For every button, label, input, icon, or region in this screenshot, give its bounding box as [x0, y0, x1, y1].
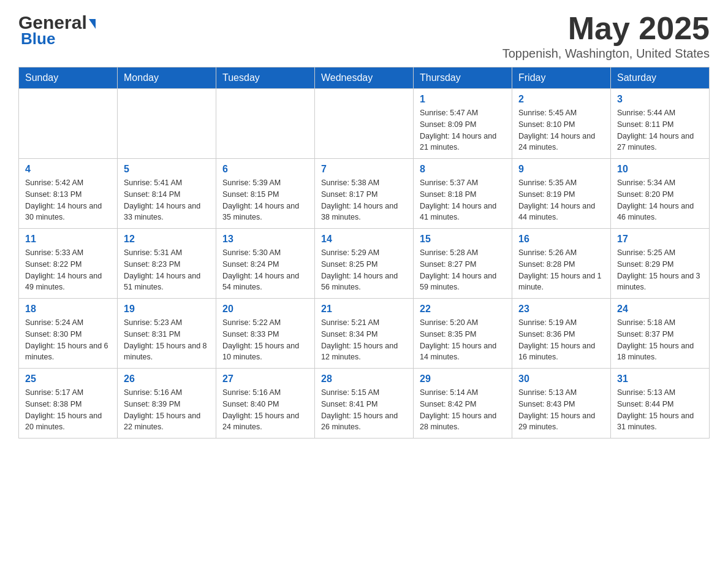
day-number: 18 — [25, 304, 111, 315]
day-number: 12 — [124, 234, 210, 245]
calendar-cell: 15Sunrise: 5:28 AMSunset: 8:27 PMDayligh… — [414, 229, 512, 299]
day-info: Sunrise: 5:30 AMSunset: 8:24 PMDaylight:… — [222, 247, 308, 293]
day-number: 30 — [518, 373, 604, 385]
day-number: 14 — [321, 234, 407, 245]
calendar-cell: 16Sunrise: 5:26 AMSunset: 8:28 PMDayligh… — [512, 229, 611, 299]
day-info: Sunrise: 5:34 AMSunset: 8:20 PMDaylight:… — [617, 177, 703, 223]
day-number: 16 — [518, 234, 604, 245]
calendar-cell — [118, 89, 216, 159]
calendar-cell: 1Sunrise: 5:47 AMSunset: 8:09 PMDaylight… — [414, 89, 512, 159]
day-info: Sunrise: 5:38 AMSunset: 8:17 PMDaylight:… — [321, 177, 407, 223]
day-number: 3 — [617, 94, 703, 105]
calendar-cell: 8Sunrise: 5:37 AMSunset: 8:18 PMDaylight… — [414, 159, 512, 229]
calendar-header-row: SundayMondayTuesdayWednesdayThursdayFrid… — [19, 67, 710, 89]
day-info: Sunrise: 5:37 AMSunset: 8:18 PMDaylight:… — [420, 177, 506, 223]
column-header-sunday: Sunday — [19, 67, 118, 89]
day-number: 11 — [25, 234, 111, 245]
month-year-title: May 2025 — [502, 12, 710, 44]
calendar-week-row-2: 4Sunrise: 5:42 AMSunset: 8:13 PMDaylight… — [19, 159, 710, 229]
day-number: 22 — [420, 304, 506, 315]
day-info: Sunrise: 5:22 AMSunset: 8:33 PMDaylight:… — [222, 317, 308, 363]
day-info: Sunrise: 5:39 AMSunset: 8:15 PMDaylight:… — [222, 177, 308, 223]
calendar-table: SundayMondayTuesdayWednesdayThursdayFrid… — [18, 67, 710, 439]
day-info: Sunrise: 5:16 AMSunset: 8:40 PMDaylight:… — [222, 387, 308, 433]
day-number: 6 — [222, 164, 308, 175]
calendar-cell: 17Sunrise: 5:25 AMSunset: 8:29 PMDayligh… — [611, 229, 710, 299]
day-info: Sunrise: 5:45 AMSunset: 8:10 PMDaylight:… — [518, 107, 604, 153]
day-info: Sunrise: 5:15 AMSunset: 8:41 PMDaylight:… — [321, 387, 407, 433]
day-number: 31 — [617, 373, 703, 385]
logo-arrow-icon — [89, 19, 96, 29]
column-header-friday: Friday — [512, 67, 611, 89]
day-info: Sunrise: 5:20 AMSunset: 8:35 PMDaylight:… — [420, 317, 506, 363]
column-header-saturday: Saturday — [611, 67, 710, 89]
day-number: 27 — [222, 373, 308, 385]
calendar-cell: 13Sunrise: 5:30 AMSunset: 8:24 PMDayligh… — [216, 229, 315, 299]
day-number: 8 — [420, 164, 506, 175]
page-header: General Blue May 2025 Toppenish, Washing… — [18, 12, 710, 61]
calendar-cell: 21Sunrise: 5:21 AMSunset: 8:34 PMDayligh… — [315, 299, 414, 369]
logo: General Blue — [18, 12, 96, 48]
calendar-cell: 25Sunrise: 5:17 AMSunset: 8:38 PMDayligh… — [19, 369, 118, 439]
day-number: 28 — [321, 373, 407, 385]
day-info: Sunrise: 5:17 AMSunset: 8:38 PMDaylight:… — [25, 387, 111, 433]
day-number: 24 — [617, 304, 703, 315]
day-info: Sunrise: 5:29 AMSunset: 8:25 PMDaylight:… — [321, 247, 407, 293]
day-number: 2 — [518, 94, 604, 105]
day-info: Sunrise: 5:33 AMSunset: 8:22 PMDaylight:… — [25, 247, 111, 293]
day-number: 17 — [617, 234, 703, 245]
calendar-cell: 24Sunrise: 5:18 AMSunset: 8:37 PMDayligh… — [611, 299, 710, 369]
day-number: 21 — [321, 304, 407, 315]
calendar-cell: 20Sunrise: 5:22 AMSunset: 8:33 PMDayligh… — [216, 299, 315, 369]
day-number: 1 — [420, 94, 506, 105]
calendar-cell: 23Sunrise: 5:19 AMSunset: 8:36 PMDayligh… — [512, 299, 611, 369]
calendar-week-row-1: 1Sunrise: 5:47 AMSunset: 8:09 PMDaylight… — [19, 89, 710, 159]
day-number: 13 — [222, 234, 308, 245]
day-number: 7 — [321, 164, 407, 175]
column-header-wednesday: Wednesday — [315, 67, 414, 89]
day-number: 26 — [124, 373, 210, 385]
day-number: 19 — [124, 304, 210, 315]
day-number: 23 — [518, 304, 604, 315]
calendar-cell: 30Sunrise: 5:13 AMSunset: 8:43 PMDayligh… — [512, 369, 611, 439]
calendar-cell: 12Sunrise: 5:31 AMSunset: 8:23 PMDayligh… — [118, 229, 216, 299]
calendar-week-row-4: 18Sunrise: 5:24 AMSunset: 8:30 PMDayligh… — [19, 299, 710, 369]
day-info: Sunrise: 5:47 AMSunset: 8:09 PMDaylight:… — [420, 107, 506, 153]
day-info: Sunrise: 5:41 AMSunset: 8:14 PMDaylight:… — [124, 177, 210, 223]
day-info: Sunrise: 5:26 AMSunset: 8:28 PMDaylight:… — [518, 247, 604, 293]
day-info: Sunrise: 5:14 AMSunset: 8:42 PMDaylight:… — [420, 387, 506, 433]
calendar-cell: 6Sunrise: 5:39 AMSunset: 8:15 PMDaylight… — [216, 159, 315, 229]
calendar-cell — [19, 89, 118, 159]
day-number: 9 — [518, 164, 604, 175]
calendar-cell: 28Sunrise: 5:15 AMSunset: 8:41 PMDayligh… — [315, 369, 414, 439]
calendar-cell — [216, 89, 315, 159]
day-info: Sunrise: 5:24 AMSunset: 8:30 PMDaylight:… — [25, 317, 111, 363]
calendar-cell: 11Sunrise: 5:33 AMSunset: 8:22 PMDayligh… — [19, 229, 118, 299]
day-info: Sunrise: 5:23 AMSunset: 8:31 PMDaylight:… — [124, 317, 210, 363]
calendar-cell: 19Sunrise: 5:23 AMSunset: 8:31 PMDayligh… — [118, 299, 216, 369]
day-info: Sunrise: 5:19 AMSunset: 8:36 PMDaylight:… — [518, 317, 604, 363]
day-info: Sunrise: 5:21 AMSunset: 8:34 PMDaylight:… — [321, 317, 407, 363]
calendar-cell: 18Sunrise: 5:24 AMSunset: 8:30 PMDayligh… — [19, 299, 118, 369]
calendar-cell: 22Sunrise: 5:20 AMSunset: 8:35 PMDayligh… — [414, 299, 512, 369]
calendar-cell: 4Sunrise: 5:42 AMSunset: 8:13 PMDaylight… — [19, 159, 118, 229]
calendar-cell: 31Sunrise: 5:13 AMSunset: 8:44 PMDayligh… — [611, 369, 710, 439]
day-info: Sunrise: 5:13 AMSunset: 8:44 PMDaylight:… — [617, 387, 703, 433]
logo-blue-text: Blue — [18, 29, 55, 48]
day-info: Sunrise: 5:25 AMSunset: 8:29 PMDaylight:… — [617, 247, 703, 293]
day-number: 15 — [420, 234, 506, 245]
column-header-tuesday: Tuesday — [216, 67, 315, 89]
location-subtitle: Toppenish, Washington, United States — [502, 47, 710, 61]
column-header-thursday: Thursday — [414, 67, 512, 89]
calendar-cell: 14Sunrise: 5:29 AMSunset: 8:25 PMDayligh… — [315, 229, 414, 299]
title-block: May 2025 Toppenish, Washington, United S… — [502, 12, 710, 61]
day-info: Sunrise: 5:31 AMSunset: 8:23 PMDaylight:… — [124, 247, 210, 293]
calendar-cell: 27Sunrise: 5:16 AMSunset: 8:40 PMDayligh… — [216, 369, 315, 439]
calendar-cell: 26Sunrise: 5:16 AMSunset: 8:39 PMDayligh… — [118, 369, 216, 439]
day-info: Sunrise: 5:35 AMSunset: 8:19 PMDaylight:… — [518, 177, 604, 223]
calendar-cell: 5Sunrise: 5:41 AMSunset: 8:14 PMDaylight… — [118, 159, 216, 229]
calendar-cell — [315, 89, 414, 159]
day-info: Sunrise: 5:42 AMSunset: 8:13 PMDaylight:… — [25, 177, 111, 223]
calendar-cell: 9Sunrise: 5:35 AMSunset: 8:19 PMDaylight… — [512, 159, 611, 229]
day-info: Sunrise: 5:16 AMSunset: 8:39 PMDaylight:… — [124, 387, 210, 433]
